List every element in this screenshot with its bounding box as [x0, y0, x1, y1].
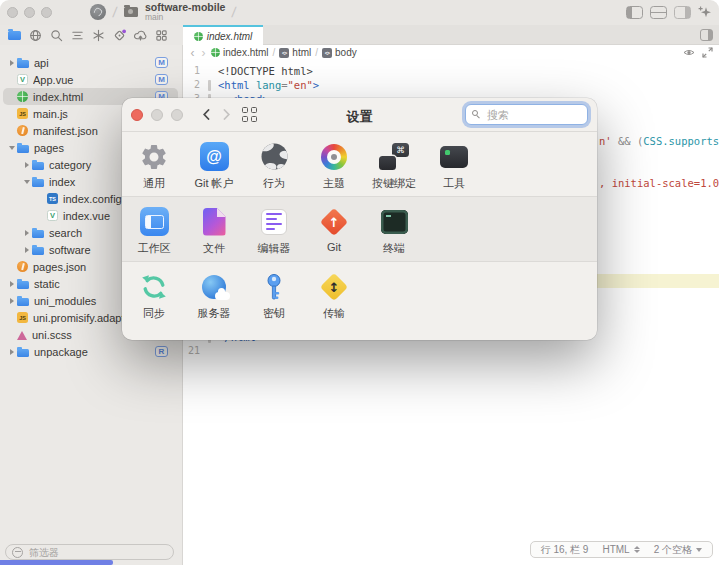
back-chevron-icon[interactable]: [203, 109, 210, 120]
folder-file-icon: [32, 227, 44, 239]
settings-search-field[interactable]: [465, 104, 588, 125]
disclosure-collapsed-icon[interactable]: [6, 298, 17, 304]
git-icon: ↑: [324, 205, 344, 238]
breadcrumb-label: html: [292, 47, 311, 58]
toggle-left-sidebar-button[interactable]: [626, 6, 643, 19]
breadcrumb-label: body: [335, 47, 357, 58]
js-file-icon: JS: [17, 312, 28, 323]
project-avatar-icon[interactable]: [90, 4, 106, 20]
settings-item-behavior[interactable]: 行为: [244, 140, 304, 191]
disclosure-collapsed-icon[interactable]: [6, 349, 17, 355]
history-back-icon[interactable]: ‹: [189, 47, 196, 59]
history-forward-icon[interactable]: ›: [200, 47, 207, 59]
extensions-grid-icon[interactable]: [155, 29, 168, 42]
folder-file-icon: [17, 57, 29, 69]
settings-item-git-accounts[interactable]: @Git 帐户: [184, 140, 244, 191]
sidebar-filter[interactable]: [5, 544, 174, 560]
disclosure-expanded-icon[interactable]: [21, 180, 32, 184]
code-token: CSS.supports: [643, 135, 719, 147]
disclosure-collapsed-icon[interactable]: [21, 162, 32, 168]
show-all-settings-icon[interactable]: [242, 107, 257, 122]
toggle-right-sidebar-button[interactable]: [674, 6, 691, 19]
cloud-publish-icon[interactable]: [134, 29, 147, 42]
tree-item-App.vue[interactable]: VApp.vueM: [3, 71, 178, 88]
settings-item-servers[interactable]: 服务器: [184, 270, 244, 321]
tags-icon[interactable]: [113, 29, 126, 42]
close-button[interactable]: [7, 7, 18, 18]
tree-item-unpackage[interactable]: unpackageR: [3, 343, 178, 360]
theme-icon: [321, 140, 347, 173]
settings-item-terminal[interactable]: 终端: [364, 205, 424, 256]
outline-icon[interactable]: [71, 29, 84, 42]
settings-groups: 通用@Git 帐户行为主题⌘按键绑定工具工作区文件编辑器↑Git终端同步服务器密…: [122, 132, 597, 340]
files-icon[interactable]: [8, 31, 21, 40]
settings-group-3: 同步服务器密钥↕传输: [122, 262, 597, 340]
settings-item-keys[interactable]: 密钥: [244, 270, 304, 321]
breadcrumb-item[interactable]: <>body: [322, 47, 357, 58]
indent-selector[interactable]: 2 个空格: [647, 543, 709, 557]
settings-item-keybindings[interactable]: ⌘按键绑定: [364, 140, 424, 191]
folder-file-icon: [32, 244, 44, 256]
sparkle-new-icon[interactable]: [698, 6, 711, 19]
settings-group-2: 工作区文件编辑器↑Git终端: [122, 196, 597, 262]
progress-bar: [0, 560, 113, 565]
symbols-asterisk-icon[interactable]: [92, 29, 105, 42]
breadcrumb-actions: [683, 47, 713, 58]
chevron-down-icon: [696, 548, 702, 552]
disclosure-collapsed-icon[interactable]: [6, 281, 17, 287]
forward-chevron-icon[interactable]: [223, 109, 230, 120]
ts-file-icon: TS: [47, 193, 58, 204]
settings-item-label: 服务器: [198, 306, 231, 321]
settings-search-input[interactable]: [485, 108, 581, 122]
folder-file-icon: [17, 295, 29, 307]
breadcrumb-item[interactable]: index.html: [211, 47, 269, 58]
settings-item-git[interactable]: ↑Git: [304, 205, 364, 253]
settings-item-general[interactable]: 通用: [124, 140, 184, 191]
settings-minimize-button[interactable]: [151, 109, 163, 121]
sidebar-toolbar: [0, 25, 183, 45]
settings-item-theme[interactable]: 主题: [304, 140, 364, 191]
folder-file-icon: [32, 176, 44, 188]
git-status-badge: M: [155, 74, 168, 85]
language-selector[interactable]: HTML: [595, 544, 646, 555]
project-folder-icon[interactable]: [124, 7, 138, 17]
remote-globe-icon[interactable]: [29, 29, 42, 42]
settings-item-label: Git 帐户: [194, 176, 233, 191]
toggle-bottom-panel-button[interactable]: [650, 6, 667, 19]
settings-item-transfers[interactable]: ↕传输: [304, 270, 364, 321]
filter-input[interactable]: [27, 546, 167, 559]
settings-item-label: 行为: [263, 176, 285, 191]
project-name-block[interactable]: software-mobile main: [145, 2, 226, 22]
settings-item-workspace[interactable]: 工作区: [124, 205, 184, 256]
editor-status-bar: 行 16, 栏 9 HTML 2 个空格: [530, 541, 713, 558]
tab-index-html[interactable]: index.html: [183, 25, 263, 45]
disclosure-collapsed-icon[interactable]: [21, 247, 32, 253]
vue-file-icon: V: [17, 74, 28, 85]
settings-zoom-button[interactable]: [171, 109, 183, 121]
cursor-position-label: 行 16, 栏 9: [541, 543, 589, 557]
settings-item-label: 传输: [323, 306, 345, 321]
preview-eye-icon[interactable]: [683, 48, 695, 57]
settings-item-files[interactable]: 文件: [184, 205, 244, 256]
settings-item-tools[interactable]: 工具: [424, 140, 484, 191]
settings-item-editor[interactable]: 编辑器: [244, 205, 304, 256]
breadcrumb-label: index.html: [223, 47, 269, 58]
settings-item-label: Git: [327, 241, 341, 253]
disclosure-expanded-icon[interactable]: [6, 146, 17, 150]
disclosure-collapsed-icon[interactable]: [6, 60, 17, 66]
toggle-editor-panel-icon[interactable]: [700, 29, 713, 41]
code-token: , initial-scale=1.0,: [599, 177, 719, 189]
minimize-button[interactable]: [24, 7, 35, 18]
settings-item-sync[interactable]: 同步: [124, 270, 184, 321]
git-status-badge: M: [155, 57, 168, 68]
tree-item-api[interactable]: apiM: [3, 54, 178, 71]
files-icon: [203, 205, 226, 238]
file-name: unpackage: [34, 346, 151, 358]
settings-close-button[interactable]: [131, 109, 143, 121]
expand-editor-icon[interactable]: [702, 47, 713, 58]
zoom-button[interactable]: [41, 7, 52, 18]
search-icon[interactable]: [50, 29, 63, 42]
disclosure-collapsed-icon[interactable]: [21, 230, 32, 236]
breadcrumb-item[interactable]: <>html: [279, 47, 311, 58]
code-line: <html lang="en">: [218, 78, 319, 92]
